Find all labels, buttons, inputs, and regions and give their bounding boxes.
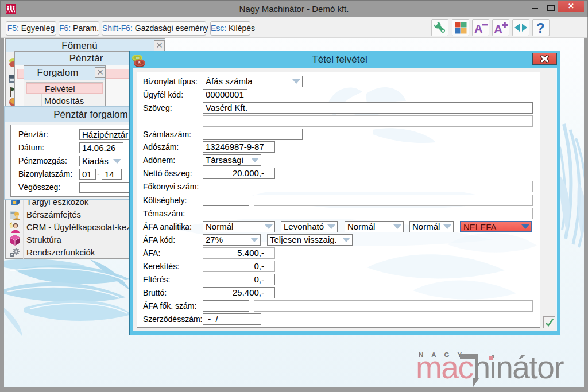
svg-text:?: ? (536, 20, 545, 36)
svg-text:10: 10 (136, 56, 140, 60)
svg-text:5: 5 (138, 61, 141, 65)
svg-text:A: A (494, 22, 502, 36)
svg-text:A: A (474, 22, 482, 35)
